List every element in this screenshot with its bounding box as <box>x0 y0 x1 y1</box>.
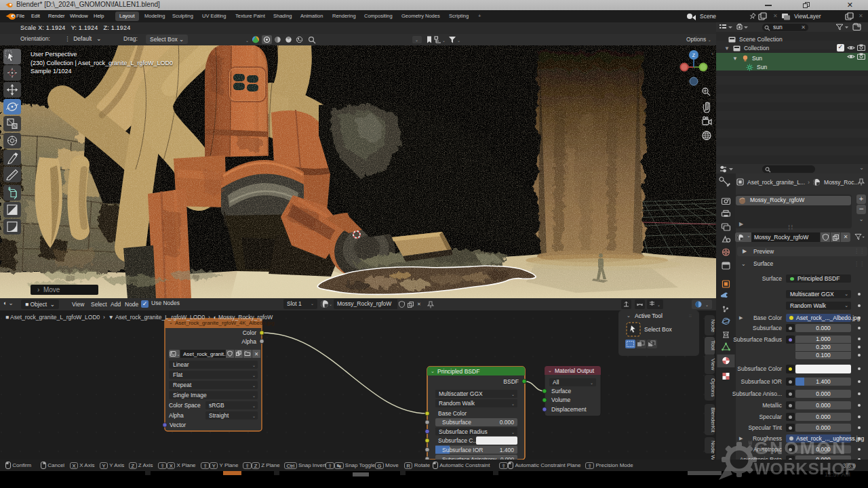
svg-text:Vector: Vector <box>170 422 186 428</box>
svg-text:Alpha: Alpha <box>241 338 256 345</box>
svg-text:⌄: ⌄ <box>245 39 249 43</box>
svg-text:View: View <box>710 359 716 370</box>
svg-text:Tool: Tool <box>710 340 716 350</box>
svg-text:WORKSHOP: WORKSHOP <box>754 460 856 478</box>
svg-text:BlenderKit: BlenderKit <box>710 407 716 433</box>
svg-text:⌄: ⌄ <box>431 369 435 373</box>
svg-text:0.000: 0.000 <box>500 419 515 426</box>
svg-text:Base Color: Base Color <box>438 410 467 417</box>
svg-text:Z: Z <box>692 53 696 58</box>
svg-text:Single Image: Single Image <box>173 392 207 399</box>
svg-text:⌄: ⌄ <box>252 404 256 408</box>
svg-text:sRGB: sRGB <box>209 402 224 409</box>
svg-text:⌄: ⌄ <box>457 39 460 43</box>
svg-text:Alpha: Alpha <box>169 412 184 419</box>
svg-text:Volume: Volume <box>551 396 571 403</box>
svg-text:⌄: ⌄ <box>442 39 446 43</box>
svg-text:Aset_rock_granit...: Aset_rock_granit... <box>183 351 229 357</box>
svg-text:Active Tool: Active Tool <box>635 312 663 319</box>
svg-text:⁝⁝: ⁝⁝ <box>689 314 692 318</box>
svg-text:All: All <box>553 379 559 386</box>
svg-text:⌄: ⌄ <box>415 38 418 42</box>
svg-text:GNOMON: GNOMON <box>754 439 846 458</box>
svg-text:⌄: ⌄ <box>511 392 515 396</box>
svg-text:Repeat: Repeat <box>173 382 192 388</box>
svg-text:⌄: ⌄ <box>177 352 180 357</box>
svg-text:THE: THE <box>747 441 753 451</box>
svg-text:Subsurface C...: Subsurface C... <box>438 437 478 444</box>
svg-text:Subsurface IOR: Subsurface IOR <box>442 447 483 453</box>
svg-text:⌄: ⌄ <box>657 303 660 307</box>
svg-text:⌄: ⌄ <box>252 414 256 418</box>
svg-text:Straight: Straight <box>209 412 229 419</box>
svg-text:⌄: ⌄ <box>511 430 515 434</box>
svg-text:Displacement: Displacement <box>551 406 587 413</box>
svg-text:⌄: ⌄ <box>627 313 631 318</box>
svg-text:Surface: Surface <box>551 388 572 394</box>
svg-text:Flat: Flat <box>173 371 183 378</box>
svg-text:Node: Node <box>710 319 716 333</box>
svg-text:⌄: ⌄ <box>705 303 709 307</box>
svg-text:Multiscatter GGX: Multiscatter GGX <box>439 390 483 397</box>
svg-text:⌄: ⌄ <box>252 384 256 388</box>
svg-text:Linear: Linear <box>173 361 189 368</box>
svg-text:Material Output: Material Output <box>555 367 595 374</box>
svg-text:Color Space: Color Space <box>169 402 201 409</box>
svg-text:⌄: ⌄ <box>548 368 552 373</box>
svg-text:Select Box: Select Box <box>644 326 672 333</box>
svg-text:Random Walk: Random Walk <box>439 400 475 407</box>
svg-text:Subsurface: Subsurface <box>442 419 471 426</box>
svg-text:BSDF: BSDF <box>503 378 519 385</box>
svg-text:1.400: 1.400 <box>500 447 515 453</box>
svg-text:✕: ✕ <box>254 351 258 357</box>
svg-text:⌄: ⌄ <box>169 320 173 325</box>
svg-text:Principled BSDF: Principled BSDF <box>437 368 479 375</box>
svg-text:⌄: ⌄ <box>590 381 593 385</box>
svg-text:⌄: ⌄ <box>511 402 515 406</box>
svg-text:⌄: ⌄ <box>252 363 256 367</box>
svg-text:Options: Options <box>710 378 716 397</box>
svg-text:⌄: ⌄ <box>252 373 256 378</box>
svg-text:Subsurface Radius: Subsurface Radius <box>439 428 488 435</box>
svg-text:Color: Color <box>243 329 256 336</box>
svg-text:Aset_rock_granite_rgfoW_4K_Alb: Aset_rock_granite_rgfoW_4K_Albedo.jpg <box>175 320 275 326</box>
svg-text:⌄: ⌄ <box>252 394 256 398</box>
